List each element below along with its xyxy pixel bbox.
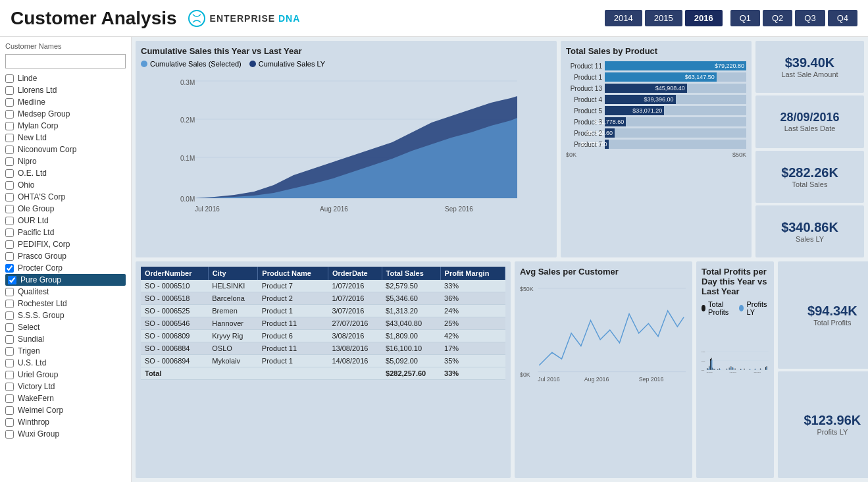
customer-checkbox[interactable] [5,240,14,249]
sidebar-item[interactable]: OHTA'S Corp [5,191,126,203]
svg-rect-62 [741,369,742,369]
sidebar-item[interactable]: Medsep Group [5,108,126,120]
sidebar-item[interactable]: Linde [5,72,126,84]
svg-rect-39 [730,366,731,369]
customer-name: Linde [18,74,37,83]
sidebar-item[interactable]: OUR Ltd [5,215,126,227]
total-profits-panel-stat: $94.34K Total Profits [778,261,868,369]
svg-point-0 [189,11,205,26]
sidebar-item[interactable]: Llorens Ltd [5,84,126,96]
q1-button[interactable]: Q1 [730,10,760,26]
customer-checkbox[interactable] [5,217,14,225]
table-cell: 27/07/2016 [328,317,382,330]
table-row: SO - 0006510HELSINKIProduct 71/07/2016$2… [141,280,505,292]
svg-rect-54 [713,368,713,370]
svg-text:Sep 2016: Sep 2016 [639,376,664,383]
sidebar-item[interactable]: Mylan Corp [5,120,126,132]
svg-rect-58 [727,369,728,370]
customer-checkbox[interactable] [5,157,14,166]
sidebar-item[interactable]: Wuxi Group [5,428,126,440]
customer-checkbox[interactable] [5,311,14,320]
customer-checkbox[interactable] [5,205,14,213]
customer-checkbox[interactable] [5,146,14,154]
customer-checkbox[interactable] [5,347,14,356]
sidebar-item[interactable]: Nipro [5,155,126,167]
sidebar-item[interactable]: Qualitest [5,286,126,298]
search-box[interactable] [5,54,126,68]
customer-checkbox[interactable] [5,430,14,439]
q2-button[interactable]: Q2 [763,10,792,26]
sidebar-item[interactable]: Medline [5,96,126,108]
customer-checkbox[interactable] [5,300,14,308]
product-bar-track: $79,220.80 [605,61,746,70]
customer-checkbox[interactable] [5,252,14,261]
sidebar-item[interactable]: New Ltd [5,132,126,144]
customer-checkbox[interactable] [5,288,14,296]
sidebar-item[interactable]: Niconovum Corp [5,144,126,155]
svg-text:Aug 2016: Aug 2016 [584,376,609,383]
sidebar-item[interactable]: Winthrop [5,416,126,428]
q4-button[interactable]: Q4 [828,10,857,26]
sidebar-item[interactable]: O.E. Ltd [5,167,126,179]
customer-checkbox[interactable] [5,383,14,391]
sidebar-item[interactable]: U.S. Ltd [5,357,126,369]
table-cell: 25% [440,317,505,330]
sidebar-item[interactable]: Pacific Ltd [5,227,126,238]
sidebar-item[interactable]: Trigen [5,345,126,357]
product-bar-row: Product 2$5,346.60 [566,128,746,138]
year-2016-button[interactable]: 2016 [685,10,723,26]
customer-checkbox[interactable] [5,110,14,119]
search-input[interactable] [10,57,121,66]
table-cell: 14/08/2016 [328,355,382,367]
customer-checkbox[interactable] [5,134,14,142]
sidebar-item[interactable]: S.S.S. Group [5,309,126,321]
year-2014-button[interactable]: 2014 [605,10,642,26]
customer-checkbox[interactable] [5,418,14,427]
sidebar-item[interactable]: Ohio [5,179,126,191]
table-cell: 33% [440,280,505,292]
sidebar-item[interactable]: Procter Corp [5,262,126,274]
year-2015-button[interactable]: 2015 [645,10,682,26]
sidebar-item[interactable]: WakeFern [5,392,126,404]
customer-checkbox[interactable] [5,86,14,95]
sidebar-item[interactable]: Weimei Corp [5,404,126,416]
product-bar-value: $45,908.40 [655,85,685,92]
customer-checkbox[interactable] [5,228,14,237]
customer-checkbox[interactable] [5,406,14,415]
customer-checkbox[interactable] [5,359,14,367]
table-row: SO - 0006546HannoverProduct 1127/07/2016… [141,317,505,330]
product-bar-track: $5,346.60 [605,128,746,138]
customer-checkbox[interactable] [5,394,14,403]
avg-sales-panel: Avg Sales per Customer $50K $0K Jul 2016… [515,261,692,478]
table-header-row: OrderNumber City Product Name OrderDate … [141,267,505,280]
sidebar-item[interactable]: Prasco Group [5,250,126,262]
profits-title: Total Profits per Day this Year vs Last … [702,267,769,296]
sidebar-item[interactable]: Pure Group [5,274,126,286]
sidebar-item[interactable]: Rochester Ltd [5,298,126,309]
customer-checkbox[interactable] [5,98,14,107]
customer-checkbox[interactable] [5,74,14,83]
customer-checkbox[interactable] [5,335,14,344]
order-table-panel: OrderNumber City Product Name OrderDate … [136,261,511,478]
sidebar-item[interactable]: Victory Ltd [5,381,126,392]
customer-checkbox[interactable] [8,276,16,284]
customer-checkbox[interactable] [5,371,14,379]
customer-checkbox[interactable] [5,169,14,178]
customer-checkbox[interactable] [5,193,14,201]
table-cell: Bremen [208,305,258,317]
sidebar-item[interactable]: Sundial [5,333,126,345]
table-cell: Product 7 [258,280,328,292]
sidebar-item[interactable]: PEDIFIX, Corp [5,238,126,250]
sidebar-item[interactable]: Uriel Group [5,369,126,381]
product-bar-track: $45,908.40 [605,84,746,93]
col-order-number: OrderNumber [141,267,208,280]
customer-checkbox[interactable] [5,181,14,190]
customer-checkbox[interactable] [5,122,14,130]
customer-checkbox[interactable] [5,323,14,332]
q3-button[interactable]: Q3 [795,10,825,26]
customer-name: Medsep Group [18,109,70,119]
svg-text:$0K: $0K [520,371,530,378]
sidebar-item[interactable]: Ole Group [5,203,126,215]
customer-checkbox[interactable] [5,264,14,273]
sidebar-item[interactable]: Select [5,321,126,333]
